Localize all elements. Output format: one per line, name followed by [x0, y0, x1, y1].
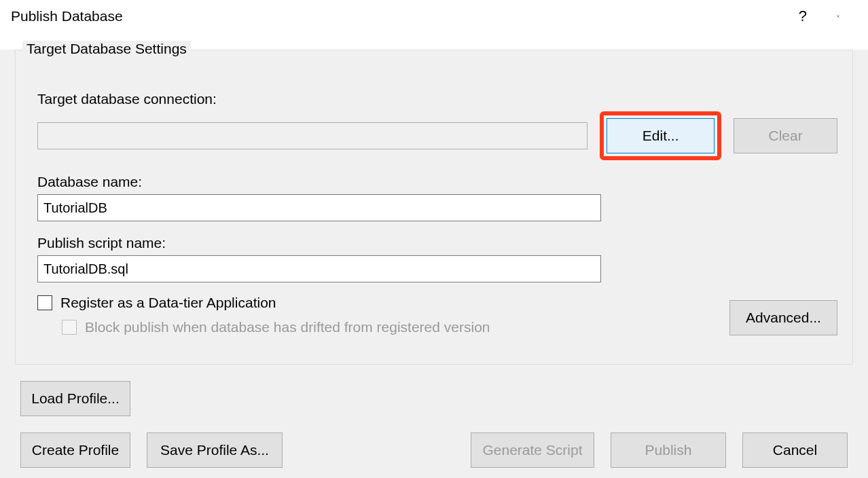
- create-profile-button[interactable]: Create Profile: [20, 433, 130, 468]
- connection-label: Target database connection:: [37, 91, 837, 107]
- edit-button[interactable]: Edit...: [607, 118, 715, 153]
- footer-buttons: Load Profile... Create Profile Save Prof…: [0, 365, 868, 468]
- save-profile-as-button[interactable]: Save Profile As...: [147, 433, 283, 468]
- publish-button: Publish: [611, 433, 726, 468]
- window-title: Publish Database: [11, 8, 123, 24]
- dialog-content: Target Database Settings Target database…: [0, 50, 868, 478]
- publish-script-name-label: Publish script name:: [37, 235, 837, 251]
- help-icon[interactable]: ?: [799, 7, 807, 25]
- database-name-label: Database name:: [37, 174, 837, 190]
- database-name-input[interactable]: [37, 194, 601, 221]
- window-titlebar: Publish Database ?: [0, 0, 868, 33]
- publish-script-name-input[interactable]: [37, 255, 601, 282]
- generate-script-button: Generate Script: [471, 433, 594, 468]
- clear-button: Clear: [734, 118, 837, 153]
- block-publish-checkbox: [62, 320, 77, 335]
- register-checkbox-label: Register as a Data-tier Application: [60, 295, 276, 311]
- highlight-edit-button: Edit...: [600, 111, 721, 160]
- group-legend: Target Database Settings: [22, 41, 191, 57]
- target-database-settings-group: Target Database Settings Target database…: [15, 50, 853, 365]
- target-connection-input: [37, 122, 587, 149]
- cancel-button[interactable]: Cancel: [742, 433, 848, 468]
- load-profile-button[interactable]: Load Profile...: [20, 381, 130, 416]
- advanced-button[interactable]: Advanced...: [729, 300, 837, 335]
- register-checkbox[interactable]: [37, 295, 52, 310]
- close-icon[interactable]: [837, 7, 856, 26]
- block-publish-checkbox-label: Block publish when database has drifted …: [85, 319, 490, 335]
